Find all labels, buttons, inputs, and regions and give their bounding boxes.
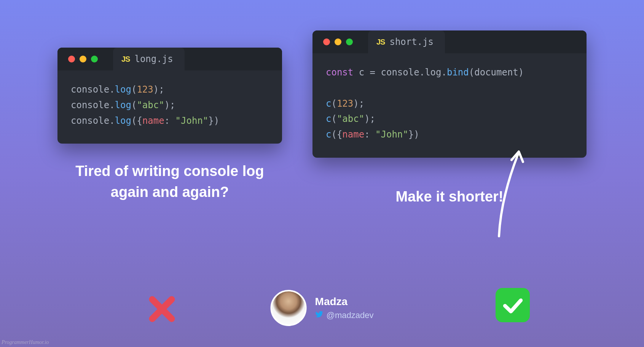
filename-label: short.js [389, 37, 434, 47]
js-file-icon: JS [376, 38, 385, 46]
filename-label: long.js [134, 54, 173, 64]
close-icon [68, 56, 75, 62]
window-controls [312, 38, 353, 45]
window-controls [57, 56, 98, 62]
right-caption: Make it shorter! [396, 186, 504, 207]
author-name: Madza [315, 296, 374, 308]
author-block: Madza @madzadev [271, 290, 374, 326]
file-tab: JS long.js [113, 48, 185, 70]
right-column: JS short.js const c = console.log.bind(d… [312, 30, 587, 207]
author-text: Madza @madzadev [315, 296, 374, 321]
handle-text: @madzadev [327, 310, 374, 320]
cross-icon [145, 292, 179, 326]
twitter-icon [315, 310, 324, 321]
file-tab: JS short.js [368, 30, 445, 53]
code-content-right: const c = console.log.bind(document) c(1… [312, 53, 587, 158]
close-icon [323, 38, 330, 45]
editor-titlebar: JS short.js [312, 30, 587, 53]
minimize-icon [335, 38, 341, 45]
code-editor-left: JS long.js console.log(123); console.log… [57, 48, 282, 144]
code-editor-right: JS short.js const c = console.log.bind(d… [312, 30, 587, 158]
maximize-icon [91, 56, 98, 62]
author-handle: @madzadev [315, 310, 374, 321]
check-icon [496, 288, 530, 322]
left-column: JS long.js console.log(123); console.log… [57, 30, 282, 207]
editor-titlebar: JS long.js [57, 48, 282, 70]
avatar [271, 290, 307, 326]
js-file-icon: JS [121, 55, 130, 64]
left-caption: Tired of writing console log again and a… [75, 161, 264, 203]
code-content-left: console.log(123); console.log("abc"); co… [57, 70, 282, 144]
watermark: ProgrammerHumor.io [2, 339, 49, 345]
minimize-icon [80, 56, 86, 62]
maximize-icon [346, 38, 353, 45]
